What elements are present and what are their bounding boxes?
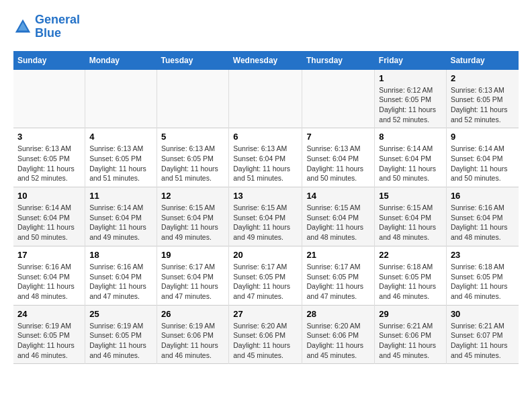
- day-info: Sunrise: 6:15 AM Sunset: 6:04 PM Dayligh…: [306, 203, 370, 242]
- day-number: 6: [233, 132, 298, 142]
- logo: General Blue: [13, 13, 80, 40]
- calendar-day-cell: 16Sunrise: 6:16 AM Sunset: 6:04 PM Dayli…: [446, 187, 519, 246]
- calendar-day-cell: 10Sunrise: 6:14 AM Sunset: 6:04 PM Dayli…: [13, 187, 85, 246]
- calendar-table: SundayMondayTuesdayWednesdayThursdayFrid…: [13, 51, 519, 365]
- calendar-day-cell: 22Sunrise: 6:18 AM Sunset: 6:05 PM Dayli…: [375, 246, 447, 305]
- day-number: 17: [17, 250, 81, 260]
- calendar-day-cell: 8Sunrise: 6:14 AM Sunset: 6:04 PM Daylig…: [375, 128, 447, 187]
- day-number: 3: [17, 132, 81, 142]
- day-number: 10: [17, 191, 81, 201]
- calendar-day-cell: 13Sunrise: 6:15 AM Sunset: 6:04 PM Dayli…: [229, 187, 302, 246]
- day-info: Sunrise: 6:13 AM Sunset: 6:05 PM Dayligh…: [89, 144, 152, 183]
- day-info: Sunrise: 6:13 AM Sunset: 6:05 PM Dayligh…: [17, 144, 81, 183]
- day-number: 9: [451, 132, 515, 142]
- weekday-header: Wednesday: [229, 51, 302, 70]
- day-info: Sunrise: 6:13 AM Sunset: 6:04 PM Dayligh…: [306, 144, 370, 183]
- calendar-day-cell: 24Sunrise: 6:19 AM Sunset: 6:05 PM Dayli…: [13, 305, 85, 364]
- day-info: Sunrise: 6:12 AM Sunset: 6:05 PM Dayligh…: [379, 85, 442, 125]
- day-number: 24: [17, 309, 81, 319]
- calendar-week-row: 17Sunrise: 6:16 AM Sunset: 6:04 PM Dayli…: [13, 246, 519, 305]
- calendar-day-cell: 4Sunrise: 6:13 AM Sunset: 6:05 PM Daylig…: [85, 128, 157, 187]
- calendar-day-cell: 19Sunrise: 6:17 AM Sunset: 6:04 PM Dayli…: [157, 246, 229, 305]
- page-header: General Blue: [13, 13, 519, 40]
- day-info: Sunrise: 6:17 AM Sunset: 6:05 PM Dayligh…: [233, 262, 298, 302]
- calendar-day-cell: 25Sunrise: 6:19 AM Sunset: 6:05 PM Dayli…: [85, 305, 157, 364]
- day-number: 16: [451, 191, 515, 201]
- day-number: 14: [306, 191, 370, 201]
- day-number: 5: [161, 132, 224, 142]
- day-info: Sunrise: 6:13 AM Sunset: 6:04 PM Dayligh…: [233, 144, 298, 183]
- weekday-header: Saturday: [446, 51, 519, 70]
- day-number: 11: [89, 191, 152, 201]
- day-number: 29: [379, 309, 442, 319]
- day-number: 12: [161, 191, 224, 201]
- calendar-day-cell: [13, 70, 85, 128]
- day-info: Sunrise: 6:16 AM Sunset: 6:04 PM Dayligh…: [451, 203, 515, 242]
- day-number: 22: [379, 250, 442, 260]
- day-info: Sunrise: 6:16 AM Sunset: 6:04 PM Dayligh…: [89, 262, 152, 302]
- day-number: 1: [379, 73, 442, 83]
- weekday-header: Sunday: [13, 51, 85, 70]
- calendar-day-cell: 14Sunrise: 6:15 AM Sunset: 6:04 PM Dayli…: [302, 187, 375, 246]
- calendar-day-cell: 9Sunrise: 6:14 AM Sunset: 6:04 PM Daylig…: [446, 128, 519, 187]
- day-info: Sunrise: 6:16 AM Sunset: 6:04 PM Dayligh…: [17, 262, 81, 302]
- calendar-day-cell: 27Sunrise: 6:20 AM Sunset: 6:06 PM Dayli…: [229, 305, 302, 364]
- day-info: Sunrise: 6:14 AM Sunset: 6:04 PM Dayligh…: [451, 144, 515, 183]
- day-info: Sunrise: 6:14 AM Sunset: 6:04 PM Dayligh…: [379, 144, 442, 183]
- day-info: Sunrise: 6:18 AM Sunset: 6:05 PM Dayligh…: [379, 262, 442, 302]
- weekday-header: Monday: [85, 51, 157, 70]
- day-number: 19: [161, 250, 224, 260]
- day-info: Sunrise: 6:21 AM Sunset: 6:06 PM Dayligh…: [379, 321, 442, 361]
- calendar-day-cell: 30Sunrise: 6:21 AM Sunset: 6:07 PM Dayli…: [446, 305, 519, 364]
- calendar-day-cell: 15Sunrise: 6:15 AM Sunset: 6:04 PM Dayli…: [375, 187, 447, 246]
- weekday-header-row: SundayMondayTuesdayWednesdayThursdayFrid…: [13, 51, 519, 70]
- calendar-day-cell: 23Sunrise: 6:18 AM Sunset: 6:05 PM Dayli…: [446, 246, 519, 305]
- calendar-day-cell: 2Sunrise: 6:13 AM Sunset: 6:05 PM Daylig…: [446, 70, 519, 128]
- day-number: 20: [233, 250, 298, 260]
- day-info: Sunrise: 6:19 AM Sunset: 6:06 PM Dayligh…: [161, 321, 224, 361]
- day-info: Sunrise: 6:14 AM Sunset: 6:04 PM Dayligh…: [17, 203, 81, 242]
- calendar-day-cell: 26Sunrise: 6:19 AM Sunset: 6:06 PM Dayli…: [157, 305, 229, 364]
- day-info: Sunrise: 6:15 AM Sunset: 6:04 PM Dayligh…: [161, 203, 224, 242]
- day-number: 21: [306, 250, 370, 260]
- calendar-day-cell: 7Sunrise: 6:13 AM Sunset: 6:04 PM Daylig…: [302, 128, 375, 187]
- day-number: 8: [379, 132, 442, 142]
- calendar-day-cell: 21Sunrise: 6:17 AM Sunset: 6:05 PM Dayli…: [302, 246, 375, 305]
- calendar-day-cell: 1Sunrise: 6:12 AM Sunset: 6:05 PM Daylig…: [375, 70, 447, 128]
- calendar-day-cell: [157, 70, 229, 128]
- day-info: Sunrise: 6:20 AM Sunset: 6:06 PM Dayligh…: [233, 321, 298, 361]
- calendar-day-cell: 11Sunrise: 6:14 AM Sunset: 6:04 PM Dayli…: [85, 187, 157, 246]
- day-info: Sunrise: 6:20 AM Sunset: 6:06 PM Dayligh…: [306, 321, 370, 361]
- day-number: 27: [233, 309, 298, 319]
- day-number: 28: [306, 309, 370, 319]
- day-info: Sunrise: 6:19 AM Sunset: 6:05 PM Dayligh…: [17, 321, 81, 361]
- day-number: 25: [89, 309, 152, 319]
- calendar-week-row: 1Sunrise: 6:12 AM Sunset: 6:05 PM Daylig…: [13, 70, 519, 128]
- day-info: Sunrise: 6:19 AM Sunset: 6:05 PM Dayligh…: [89, 321, 152, 361]
- logo-icon: [13, 17, 32, 36]
- calendar-day-cell: [85, 70, 157, 128]
- day-info: Sunrise: 6:15 AM Sunset: 6:04 PM Dayligh…: [233, 203, 298, 242]
- day-number: 23: [451, 250, 515, 260]
- weekday-header: Thursday: [302, 51, 375, 70]
- calendar-week-row: 3Sunrise: 6:13 AM Sunset: 6:05 PM Daylig…: [13, 128, 519, 187]
- day-number: 7: [306, 132, 370, 142]
- weekday-header: Tuesday: [157, 51, 229, 70]
- weekday-header: Friday: [375, 51, 447, 70]
- calendar-day-cell: 5Sunrise: 6:13 AM Sunset: 6:05 PM Daylig…: [157, 128, 229, 187]
- day-number: 26: [161, 309, 224, 319]
- day-number: 4: [89, 132, 152, 142]
- day-number: 13: [233, 191, 298, 201]
- calendar-day-cell: [229, 70, 302, 128]
- calendar-day-cell: 17Sunrise: 6:16 AM Sunset: 6:04 PM Dayli…: [13, 246, 85, 305]
- calendar-day-cell: 6Sunrise: 6:13 AM Sunset: 6:04 PM Daylig…: [229, 128, 302, 187]
- day-info: Sunrise: 6:18 AM Sunset: 6:05 PM Dayligh…: [451, 262, 515, 302]
- calendar-day-cell: 20Sunrise: 6:17 AM Sunset: 6:05 PM Dayli…: [229, 246, 302, 305]
- calendar-day-cell: 29Sunrise: 6:21 AM Sunset: 6:06 PM Dayli…: [375, 305, 447, 364]
- calendar-day-cell: 3Sunrise: 6:13 AM Sunset: 6:05 PM Daylig…: [13, 128, 85, 187]
- day-info: Sunrise: 6:21 AM Sunset: 6:07 PM Dayligh…: [451, 321, 515, 361]
- calendar-day-cell: 28Sunrise: 6:20 AM Sunset: 6:06 PM Dayli…: [302, 305, 375, 364]
- day-info: Sunrise: 6:13 AM Sunset: 6:05 PM Dayligh…: [451, 85, 515, 125]
- calendar-week-row: 24Sunrise: 6:19 AM Sunset: 6:05 PM Dayli…: [13, 305, 519, 364]
- day-number: 30: [451, 309, 515, 319]
